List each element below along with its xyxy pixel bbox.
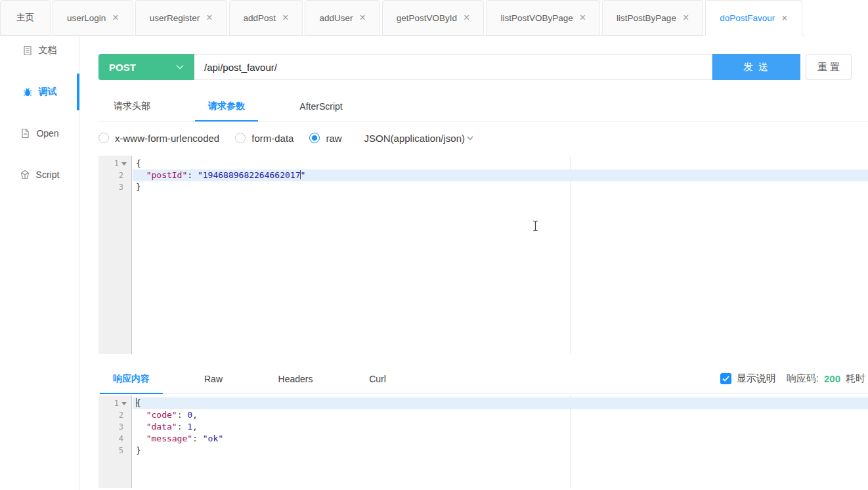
fold-arrow-icon[interactable] [121, 402, 127, 405]
line-number: 3 [98, 421, 133, 433]
file-icon [20, 128, 30, 139]
reset-button[interactable]: 重 置 [806, 54, 852, 80]
editor-line: 4 "message": "ok" [98, 433, 868, 445]
tab-label: Curl [369, 374, 386, 384]
tab-userRegister[interactable]: userRegister × [135, 0, 227, 35]
radio-label: form-data [251, 133, 293, 144]
json-value: 0 [187, 410, 192, 420]
line-number: 3 [98, 181, 133, 193]
body-type-row: x-www-form-urlencoded form-data raw JSON… [98, 128, 868, 148]
show-description-checkbox[interactable] [720, 373, 731, 384]
line-number: 1 [98, 397, 133, 409]
tab-listPostByPage[interactable]: listPostByPage × [602, 0, 703, 35]
status-code-label: 响应码: [787, 372, 819, 385]
radio-raw[interactable]: raw [309, 133, 341, 144]
sidebar-item-label: 文档 [39, 45, 57, 56]
tab-label: AfterScript [299, 101, 342, 112]
sidebar-item-label: Open [36, 128, 58, 139]
line-number: 5 [98, 445, 133, 457]
show-description-label: 显示说明 [737, 372, 776, 385]
sidebar-item-open[interactable]: Open [0, 120, 79, 146]
content-type-dropdown[interactable]: JSON(application/json) [364, 133, 473, 144]
tab-afterscript[interactable]: AfterScript [288, 91, 355, 121]
tab-home[interactable]: 主页 [0, 0, 51, 35]
fold-arrow-icon[interactable] [121, 162, 127, 166]
tab-response-curl[interactable]: Curl [345, 364, 410, 393]
radio-checked-icon[interactable] [309, 133, 320, 143]
bug-icon [22, 87, 33, 97]
tab-label: listPostByPage [617, 13, 676, 23]
tab-userLogin[interactable]: userLogin × [53, 0, 133, 35]
tab-listPostVOByPage[interactable]: listPostVOByPage × [486, 0, 600, 35]
editor-line-active: 2 "postId": "1946889682264662017" [98, 169, 868, 181]
send-button[interactable]: 发 送 [712, 54, 800, 80]
sidebar-item-script[interactable]: Script [0, 162, 79, 188]
tab-label: getPostVOById [397, 13, 457, 23]
tab-label: addUser [319, 13, 353, 23]
tab-bar: 主页 userLogin × userRegister × addPost × … [0, 0, 868, 36]
response-body-editor[interactable]: 1 { 2 "code": 0, 3 "data": 1, 4 "message… [98, 395, 868, 488]
check-icon [722, 376, 729, 382]
sidebar-item-label: Script [36, 169, 60, 180]
sidebar-item-debug[interactable]: 调试 [0, 79, 79, 105]
radio-icon[interactable] [98, 133, 109, 143]
url-input[interactable] [194, 54, 712, 80]
tab-label: listPostVOByPage [500, 13, 573, 23]
radio-urlencoded[interactable]: x-www-form-urlencoded [98, 133, 219, 144]
radio-label: x-www-form-urlencoded [115, 133, 219, 144]
close-icon[interactable]: × [359, 12, 365, 23]
tab-addPost[interactable]: addPost × [229, 0, 303, 35]
response-header-row: 响应内容 Raw Headers Curl 显示说明 响应码: 200 [98, 364, 868, 394]
close-icon[interactable]: × [781, 13, 787, 24]
json-key: "message" [146, 434, 192, 443]
tab-addUser[interactable]: addUser × [305, 0, 380, 35]
method-dropdown[interactable]: POST [98, 54, 194, 80]
tab-label: 请求参数 [208, 100, 245, 112]
tab-getPostVOById[interactable]: getPostVOById × [382, 0, 485, 35]
tab-request-headers[interactable]: 请求头部 [98, 91, 165, 121]
close-icon[interactable]: × [464, 12, 469, 23]
line-number: 2 [98, 169, 133, 181]
status-code-value: 200 [824, 373, 840, 384]
request-tabs: 请求头部 请求参数 AfterScript [98, 91, 868, 122]
json-key: "data" [146, 422, 177, 432]
close-icon[interactable]: × [683, 12, 689, 23]
tab-response-raw[interactable]: Raw [181, 364, 246, 393]
tab-label: addPost [244, 13, 276, 23]
document-icon [22, 45, 33, 56]
radio-icon[interactable] [235, 133, 246, 143]
radio-form-data[interactable]: form-data [235, 133, 293, 144]
close-icon[interactable]: × [112, 12, 118, 23]
tab-request-params[interactable]: 请求参数 [193, 91, 260, 121]
tab-label: userLogin [67, 13, 106, 23]
close-icon[interactable]: × [282, 12, 288, 23]
chevron-down-icon [467, 136, 473, 141]
editor-line: 5 } [98, 445, 868, 457]
tab-label: Raw [204, 374, 223, 384]
tab-label: 主页 [16, 12, 34, 24]
tab-response-content[interactable]: 响应内容 [98, 364, 164, 393]
tab-label: doPostFavour [720, 13, 775, 23]
close-icon[interactable]: × [580, 12, 586, 23]
tab-doPostFavour[interactable]: doPostFavour × [705, 0, 802, 36]
request-body-editor[interactable]: 1 { 2 "postId": "1946889682264662017" 3 … [98, 156, 868, 354]
json-value: "ok" [203, 434, 223, 443]
method-label: POST [109, 62, 136, 73]
tab-response-headers[interactable]: Headers [263, 364, 328, 393]
response-tabs: 响应内容 Raw Headers Curl [98, 364, 427, 393]
json-value: "1946889682264662017 [198, 170, 301, 180]
tab-strip: 主页 userLogin × userRegister × addPost × … [0, 0, 804, 36]
sidebar-item-label: 调试 [39, 86, 57, 98]
time-label: 耗时 [846, 372, 865, 385]
json-key: "postId" [146, 170, 188, 180]
tab-label: Headers [278, 374, 313, 384]
close-icon[interactable]: × [206, 12, 212, 23]
sidebar-item-docs[interactable]: 文档 [0, 37, 79, 64]
request-bar: POST 发 送 重 置 [98, 54, 852, 80]
editor-line: 1 { [98, 158, 868, 169]
script-icon [20, 169, 30, 180]
editor-line-active: 1 { [98, 397, 868, 409]
line-number: 1 [98, 158, 133, 169]
json-key: "code" [146, 410, 177, 420]
content-panel: POST 发 送 重 置 请求头部 请求参数 AfterScript x-www… [79, 36, 868, 490]
